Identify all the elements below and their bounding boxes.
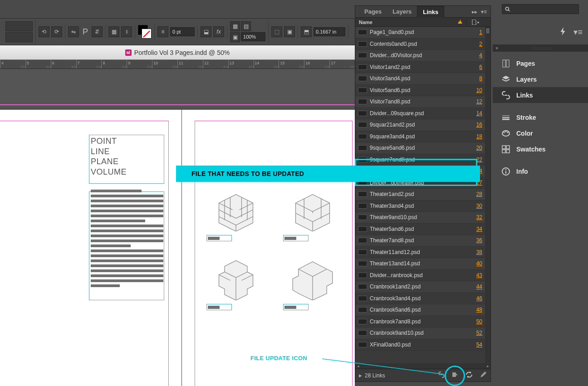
- relink-icon[interactable]: [438, 371, 445, 379]
- caption-frame[interactable]: [283, 304, 309, 310]
- link-row[interactable]: Divider...ranbrook.psd43: [355, 270, 490, 282]
- link-row[interactable]: Theater3and4.psd30: [355, 200, 490, 212]
- link-page-number[interactable]: 36: [469, 237, 484, 244]
- cube-image[interactable]: [283, 186, 342, 231]
- link-page-number[interactable]: 16: [469, 122, 484, 128]
- tab-layers[interactable]: Layers: [387, 6, 417, 18]
- link-page-number[interactable]: 18: [469, 133, 484, 140]
- link-page-number[interactable]: 48: [469, 307, 484, 313]
- link-row[interactable]: Visitor7and8.psd12: [355, 96, 490, 108]
- column-header-status[interactable]: [454, 19, 466, 25]
- close-icon[interactable]: ×: [495, 45, 498, 51]
- link-page-number[interactable]: 32: [469, 214, 484, 220]
- links-h-scrollbar[interactable]: ◂▸: [355, 363, 490, 369]
- collapse-panel-icon[interactable]: ▸▸: [472, 9, 477, 15]
- transform-field[interactable]: [5, 21, 33, 31]
- link-row[interactable]: Cranbrook1and2.psd44: [355, 281, 490, 293]
- opacity-input[interactable]: [241, 32, 265, 41]
- caption-frame[interactable]: [283, 235, 309, 241]
- heading-text[interactable]: POINT LINE PLANE VOLUME: [91, 136, 163, 177]
- blend-mode-icon[interactable]: ▤: [241, 21, 251, 31]
- cube-image[interactable]: [206, 186, 265, 231]
- panel-item-links[interactable]: Links: [493, 87, 588, 103]
- transform-field[interactable]: [5, 32, 33, 42]
- link-page-number[interactable]: 8: [469, 75, 484, 82]
- panel-item-info[interactable]: Info: [493, 163, 588, 179]
- crop-icon[interactable]: ⬒: [301, 26, 312, 37]
- expand-icon[interactable]: ▶: [359, 373, 362, 378]
- bounding-box-icon[interactable]: ⬚: [271, 26, 282, 37]
- panel-menu-icon[interactable]: ▾≡: [573, 27, 583, 37]
- tab-pages[interactable]: Pages: [359, 6, 387, 18]
- link-row[interactable]: 9squar21and2.psd16: [355, 119, 490, 131]
- cube-image[interactable]: [283, 255, 342, 300]
- link-row[interactable]: Theater7and8.psd36: [355, 235, 490, 247]
- link-page-number[interactable]: 54: [469, 342, 484, 348]
- links-scrollbar[interactable]: [485, 27, 490, 363]
- link-row[interactable]: Theater13and14.psd40: [355, 258, 490, 270]
- link-page-number[interactable]: 52: [469, 330, 484, 336]
- link-page-number[interactable]: 34: [469, 226, 484, 232]
- cube-image[interactable]: [206, 255, 265, 300]
- column-header-page[interactable]: ▴: [466, 20, 484, 25]
- link-page-number[interactable]: 46: [469, 295, 484, 302]
- link-page-number[interactable]: 1: [469, 29, 484, 35]
- measure-input[interactable]: [314, 27, 345, 36]
- link-page-number[interactable]: 28: [469, 191, 484, 197]
- horizontal-ruler[interactable]: 4567891011121314151617: [0, 60, 355, 69]
- link-row[interactable]: Theater5and6.psd34: [355, 224, 490, 235]
- link-row[interactable]: Cranbrook5and6.psd48: [355, 304, 490, 316]
- link-page-number[interactable]: 20: [469, 145, 484, 151]
- link-page-number[interactable]: 43: [469, 272, 484, 279]
- flip-horizontal-icon[interactable]: ⇋: [68, 26, 79, 37]
- link-page-number[interactable]: 2: [469, 41, 484, 47]
- link-row[interactable]: Theater1and2.psd28: [355, 189, 490, 200]
- link-row[interactable]: Divider...d0Visitor.psd4: [355, 50, 490, 62]
- link-row[interactable]: Cranbrook3and4.psd46: [355, 293, 490, 305]
- link-page-number[interactable]: 4: [469, 52, 484, 59]
- effects-icon[interactable]: fx: [213, 26, 224, 37]
- link-row[interactable]: Cranbrook9and10.psd52: [355, 327, 490, 339]
- link-page-number[interactable]: 38: [469, 249, 484, 255]
- link-page-number[interactable]: 10: [469, 87, 484, 93]
- edit-original-icon[interactable]: [480, 371, 487, 380]
- flip-vertical-icon[interactable]: ⇵: [92, 26, 103, 37]
- link-row[interactable]: Visitor5and6.psd10: [355, 85, 490, 97]
- link-page-number[interactable]: 40: [469, 260, 484, 267]
- caption-frame[interactable]: [206, 235, 232, 241]
- lightning-icon[interactable]: [559, 27, 567, 37]
- panel-grip-icon[interactable]: :::::::::::::: [532, 46, 551, 50]
- align-icon[interactable]: ▦: [108, 26, 119, 37]
- body-text-placeholder[interactable]: [91, 190, 163, 287]
- opacity-icon[interactable]: ▦: [230, 21, 240, 31]
- distribute-icon[interactable]: ⫴: [121, 26, 132, 37]
- corner-options-icon[interactable]: ⬓: [201, 26, 211, 37]
- link-row[interactable]: Divider...09square.psd14: [355, 108, 490, 120]
- link-row[interactable]: Contents0and0.psd2: [355, 39, 490, 50]
- link-page-number[interactable]: 30: [469, 203, 484, 209]
- rotate-ccw-icon[interactable]: ⟲: [39, 26, 49, 37]
- stroke-weight-input[interactable]: [170, 27, 195, 36]
- rotate-cw-icon[interactable]: ⟳: [51, 26, 62, 37]
- link-row[interactable]: 9square5and6.psd20: [355, 142, 490, 154]
- link-row[interactable]: 9square3and4.psd18: [355, 131, 490, 143]
- text-wrap-icon[interactable]: ▣: [230, 32, 240, 42]
- link-row[interactable]: Visitor1and2.psd6: [355, 62, 490, 73]
- link-page-number[interactable]: 14: [469, 110, 484, 117]
- caption-frame[interactable]: [206, 304, 232, 310]
- panel-item-color[interactable]: Color: [493, 125, 588, 141]
- tab-links[interactable]: Links: [417, 6, 444, 18]
- panel-item-stroke[interactable]: Stroke: [493, 109, 588, 125]
- panel-menu-icon[interactable]: ▾≡: [481, 9, 487, 15]
- panel-item-layers[interactable]: Layers: [493, 71, 588, 87]
- link-row[interactable]: Visitor3and4.psd8: [355, 73, 490, 85]
- link-row[interactable]: XFinal0and0.psd54: [355, 339, 490, 351]
- link-row[interactable]: Cranbrook7and8.psd50: [355, 316, 490, 328]
- link-page-number[interactable]: 6: [469, 64, 484, 70]
- link-page-number[interactable]: 50: [469, 318, 484, 325]
- top-search-input[interactable]: [502, 4, 579, 14]
- frame-fitting-icon[interactable]: ▣: [284, 26, 295, 37]
- link-row[interactable]: Theater11and12.psd38: [355, 247, 490, 259]
- panel-item-pages[interactable]: Pages: [493, 55, 588, 71]
- link-row[interactable]: Page1_0and0.psd1: [355, 27, 490, 39]
